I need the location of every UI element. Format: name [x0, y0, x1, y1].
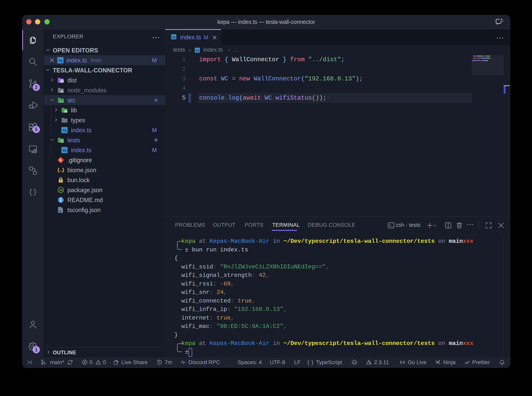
svg-text:TS: TS	[196, 49, 199, 52]
svg-text:TS: TS	[62, 129, 67, 133]
svg-text:TS: TS	[58, 210, 61, 213]
svg-text:JS: JS	[59, 188, 62, 192]
svg-text:TS: TS	[58, 59, 62, 63]
svg-text:‹›: ‹›	[59, 99, 64, 104]
svg-text:TS: TS	[62, 149, 67, 153]
svg-text:TS: TS	[172, 36, 175, 39]
svg-text:{..}: {..}	[57, 167, 64, 173]
